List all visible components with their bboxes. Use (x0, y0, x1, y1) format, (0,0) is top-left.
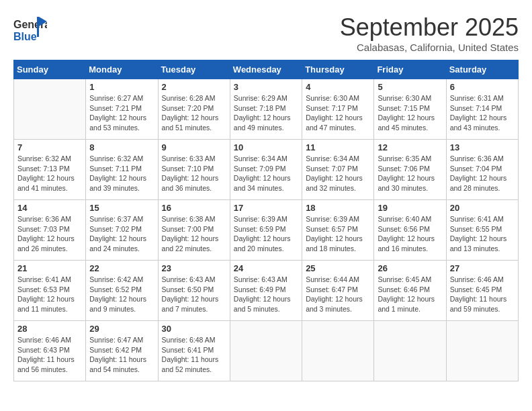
calendar-cell: 5Sunrise: 6:30 AMSunset: 7:15 PMDaylight… (374, 79, 446, 140)
location: Calabasas, California, United States (340, 42, 519, 53)
day-info: Sunrise: 6:30 AMSunset: 7:15 PMDaylight:… (378, 93, 442, 133)
calendar-cell (230, 321, 302, 381)
day-number: 10 (234, 142, 298, 152)
calendar-table: SundayMondayTuesdayWednesdayThursdayFrid… (13, 60, 519, 381)
calendar-cell: 14Sunrise: 6:36 AMSunset: 7:03 PMDayligh… (14, 200, 86, 261)
day-number: 19 (378, 203, 442, 213)
day-info: Sunrise: 6:36 AMSunset: 7:03 PMDaylight:… (17, 214, 82, 254)
calendar-cell: 19Sunrise: 6:40 AMSunset: 6:56 PMDayligh… (374, 200, 446, 261)
calendar-cell: 11Sunrise: 6:34 AMSunset: 7:07 PMDayligh… (302, 140, 374, 200)
calendar-cell: 3Sunrise: 6:29 AMSunset: 7:18 PMDaylight… (230, 79, 302, 140)
day-info: Sunrise: 6:28 AMSunset: 7:20 PMDaylight:… (162, 93, 226, 133)
month-title: September 2025 (340, 13, 519, 42)
calendar-cell: 12Sunrise: 6:35 AMSunset: 7:06 PMDayligh… (374, 140, 446, 200)
logo: General Blue (13, 13, 50, 47)
day-number: 30 (162, 324, 226, 334)
day-info: Sunrise: 6:30 AMSunset: 7:17 PMDaylight:… (306, 93, 370, 133)
day-info: Sunrise: 6:37 AMSunset: 7:02 PMDaylight:… (89, 214, 154, 254)
day-number: 18 (306, 203, 370, 213)
day-number: 12 (378, 142, 442, 152)
calendar-cell: 24Sunrise: 6:43 AMSunset: 6:49 PMDayligh… (230, 261, 302, 321)
calendar-cell: 6Sunrise: 6:31 AMSunset: 7:14 PMDaylight… (446, 79, 518, 140)
day-info: Sunrise: 6:48 AMSunset: 6:41 PMDaylight:… (162, 335, 226, 375)
calendar-cell: 29Sunrise: 6:47 AMSunset: 6:42 PMDayligh… (86, 321, 158, 381)
day-number: 14 (17, 203, 82, 213)
day-number: 29 (89, 324, 154, 334)
day-info: Sunrise: 6:33 AMSunset: 7:10 PMDaylight:… (162, 154, 226, 193)
day-info: Sunrise: 6:43 AMSunset: 6:50 PMDaylight:… (162, 275, 226, 314)
day-info: Sunrise: 6:46 AMSunset: 6:43 PMDaylight:… (17, 335, 82, 375)
day-info: Sunrise: 6:34 AMSunset: 7:07 PMDaylight:… (306, 154, 370, 193)
weekday-header-friday: Friday (374, 60, 446, 79)
day-number: 15 (89, 203, 154, 213)
day-info: Sunrise: 6:44 AMSunset: 6:47 PMDaylight:… (306, 275, 370, 314)
day-number: 1 (89, 82, 154, 92)
day-number: 3 (234, 82, 298, 92)
day-info: Sunrise: 6:46 AMSunset: 6:45 PMDaylight:… (450, 275, 515, 314)
day-info: Sunrise: 6:38 AMSunset: 7:00 PMDaylight:… (162, 214, 226, 254)
calendar-cell: 21Sunrise: 6:41 AMSunset: 6:53 PMDayligh… (14, 261, 86, 321)
calendar-cell: 20Sunrise: 6:41 AMSunset: 6:55 PMDayligh… (446, 200, 518, 261)
calendar-cell: 25Sunrise: 6:44 AMSunset: 6:47 PMDayligh… (302, 261, 374, 321)
calendar-cell (14, 79, 86, 140)
day-info: Sunrise: 6:42 AMSunset: 6:52 PMDaylight:… (89, 275, 154, 314)
calendar-cell: 30Sunrise: 6:48 AMSunset: 6:41 PMDayligh… (158, 321, 230, 381)
calendar-cell: 23Sunrise: 6:43 AMSunset: 6:50 PMDayligh… (158, 261, 230, 321)
calendar-cell: 2Sunrise: 6:28 AMSunset: 7:20 PMDaylight… (158, 79, 230, 140)
weekday-header-thursday: Thursday (302, 60, 374, 79)
day-number: 6 (450, 82, 515, 92)
day-number: 4 (306, 82, 370, 92)
calendar-cell: 26Sunrise: 6:45 AMSunset: 6:46 PMDayligh… (374, 261, 446, 321)
day-number: 8 (89, 142, 154, 152)
day-number: 11 (306, 142, 370, 152)
calendar-cell (374, 321, 446, 381)
calendar-cell (446, 321, 518, 381)
day-info: Sunrise: 6:34 AMSunset: 7:09 PMDaylight:… (234, 154, 298, 193)
calendar-cell: 27Sunrise: 6:46 AMSunset: 6:45 PMDayligh… (446, 261, 518, 321)
day-number: 2 (162, 82, 226, 92)
day-info: Sunrise: 6:35 AMSunset: 7:06 PMDaylight:… (378, 154, 442, 193)
day-number: 16 (162, 203, 226, 213)
calendar-cell: 10Sunrise: 6:34 AMSunset: 7:09 PMDayligh… (230, 140, 302, 200)
calendar-cell: 4Sunrise: 6:30 AMSunset: 7:17 PMDaylight… (302, 79, 374, 140)
day-info: Sunrise: 6:31 AMSunset: 7:14 PMDaylight:… (450, 93, 515, 133)
title-area: September 2025 Calabasas, California, Un… (340, 13, 519, 53)
svg-rect-3 (37, 17, 39, 37)
day-number: 27 (450, 263, 515, 273)
day-info: Sunrise: 6:45 AMSunset: 6:46 PMDaylight:… (378, 275, 442, 314)
calendar-cell (302, 321, 374, 381)
day-info: Sunrise: 6:47 AMSunset: 6:42 PMDaylight:… (89, 335, 154, 375)
calendar-cell: 1Sunrise: 6:27 AMSunset: 7:21 PMDaylight… (86, 79, 158, 140)
calendar-cell: 16Sunrise: 6:38 AMSunset: 7:00 PMDayligh… (158, 200, 230, 261)
weekday-header-saturday: Saturday (446, 60, 518, 79)
calendar-cell: 7Sunrise: 6:32 AMSunset: 7:13 PMDaylight… (14, 140, 86, 200)
day-number: 7 (17, 142, 82, 152)
day-info: Sunrise: 6:27 AMSunset: 7:21 PMDaylight:… (89, 93, 154, 133)
day-info: Sunrise: 6:43 AMSunset: 6:49 PMDaylight:… (234, 275, 298, 314)
day-number: 17 (234, 203, 298, 213)
day-number: 28 (17, 324, 82, 334)
day-info: Sunrise: 6:39 AMSunset: 6:57 PMDaylight:… (306, 214, 370, 254)
calendar-cell: 22Sunrise: 6:42 AMSunset: 6:52 PMDayligh… (86, 261, 158, 321)
calendar-cell: 15Sunrise: 6:37 AMSunset: 7:02 PMDayligh… (86, 200, 158, 261)
logo-icon: General Blue (13, 13, 47, 47)
calendar-cell: 17Sunrise: 6:39 AMSunset: 6:59 PMDayligh… (230, 200, 302, 261)
calendar-cell: 13Sunrise: 6:36 AMSunset: 7:04 PMDayligh… (446, 140, 518, 200)
day-info: Sunrise: 6:40 AMSunset: 6:56 PMDaylight:… (378, 214, 442, 254)
weekday-header-sunday: Sunday (14, 60, 86, 79)
day-info: Sunrise: 6:41 AMSunset: 6:55 PMDaylight:… (450, 214, 515, 254)
day-info: Sunrise: 6:39 AMSunset: 6:59 PMDaylight:… (234, 214, 298, 254)
day-number: 24 (234, 263, 298, 273)
calendar-cell: 9Sunrise: 6:33 AMSunset: 7:10 PMDaylight… (158, 140, 230, 200)
day-info: Sunrise: 6:36 AMSunset: 7:04 PMDaylight:… (450, 154, 515, 193)
day-info: Sunrise: 6:41 AMSunset: 6:53 PMDaylight:… (17, 275, 82, 314)
header: General Blue September 2025 Calabasas, C… (13, 13, 519, 53)
calendar-cell: 28Sunrise: 6:46 AMSunset: 6:43 PMDayligh… (14, 321, 86, 381)
calendar-cell: 8Sunrise: 6:32 AMSunset: 7:11 PMDaylight… (86, 140, 158, 200)
day-info: Sunrise: 6:32 AMSunset: 7:11 PMDaylight:… (89, 154, 154, 193)
weekday-header-tuesday: Tuesday (158, 60, 230, 79)
day-number: 22 (89, 263, 154, 273)
day-info: Sunrise: 6:32 AMSunset: 7:13 PMDaylight:… (17, 154, 82, 193)
day-number: 9 (162, 142, 226, 152)
day-number: 20 (450, 203, 515, 213)
